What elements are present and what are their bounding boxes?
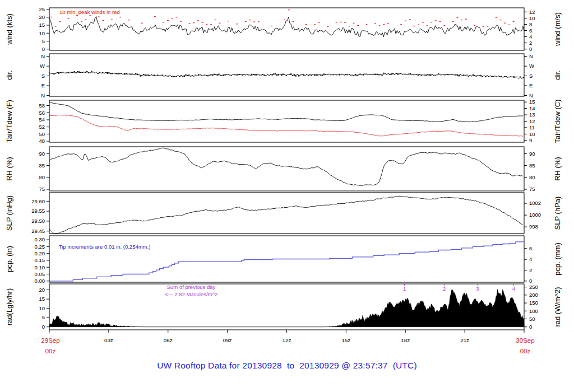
radiation-hour-markers: 1234 — [403, 284, 515, 292]
tick-label: 4 — [529, 34, 532, 40]
panel-border-rh — [49, 147, 524, 191]
y-axis-right-dir: NWSEN — [524, 53, 534, 99]
tick-label: 2 — [529, 267, 532, 273]
panel-wind: 0510152025024681012wind (kts)wind (m/s)1… — [5, 6, 562, 52]
tick-label: 2 — [529, 40, 532, 46]
x-start-hour-label: 00z — [45, 348, 56, 354]
weather-dashboard: 0510152025024681012wind (kts)wind (m/s)1… — [0, 0, 574, 392]
humidity-line — [49, 148, 523, 186]
y-axis-left-temp: 485052545658 — [39, 102, 49, 144]
tick-label: 14 — [529, 105, 535, 111]
tick-label: 200 — [529, 292, 538, 298]
axis-label-left-temp: Tair/Tdew (F) — [5, 100, 13, 143]
axis-label-left-rh: RH (%) — [5, 157, 13, 181]
y-axis-left-rh: 75808590 — [39, 151, 49, 193]
tick-label: 0 — [529, 324, 532, 330]
tick-label: 13 — [529, 111, 535, 118]
tick-label: 0 — [529, 46, 532, 52]
tick-label: 20 — [39, 287, 45, 293]
panel-border-wind — [49, 8, 524, 50]
y-axis-left-pcp: 0.000.050.100.150.200.250.30 — [35, 236, 50, 284]
axis-label-right-temp: Tair/Tdew (C) — [553, 99, 562, 143]
x-end-hour-label: 00z — [520, 348, 531, 354]
wind-direction-dots — [49, 71, 524, 79]
tick-label: 6 — [529, 27, 532, 34]
y-axis-left-slp: 29.4529.5029.5529.60 — [31, 198, 49, 234]
tick-label: 8 — [529, 21, 532, 27]
tick-label: E — [529, 82, 533, 88]
axis-label-left-slp: SLP (inHg) — [5, 195, 13, 231]
panel-border-slp — [49, 193, 524, 234]
air-temp-line — [49, 102, 523, 122]
tick-label: 10 — [39, 30, 45, 36]
axis-label-right-wind: wind (m/s) — [553, 12, 562, 46]
tick-label: N — [41, 53, 45, 59]
tick-label: 25 — [39, 6, 45, 12]
axis-label-left-rad: rad(Lgly/hr) — [5, 288, 13, 325]
tick-label: 10 — [39, 305, 45, 311]
hour-marker-label: 4 — [512, 286, 515, 292]
x-tick-label: 15z — [341, 337, 350, 343]
axis-label-left-dir: dir. — [5, 70, 13, 80]
tick-label: 29.60 — [31, 198, 45, 204]
y-axis-right-wind: 024681012 — [524, 9, 535, 52]
tick-label: W — [40, 63, 45, 69]
tick-label: 85 — [39, 162, 45, 169]
annotation-radiation-sum-title: Sum of previous day — [167, 284, 216, 290]
panel-slp: 29.4529.5029.5529.6099810001002SLP (inHg… — [5, 193, 562, 234]
x-tick-label: 03z — [104, 337, 113, 343]
panel-temp: 4850525456589101112131415Tair/Tdew (F)Ta… — [5, 99, 562, 144]
multi-panel-weather-chart: 0510152025024681012wind (kts)wind (m/s)1… — [0, 0, 574, 360]
peak-wind-dots — [50, 10, 515, 27]
tick-label: 20 — [39, 14, 45, 20]
tick-label: 998 — [529, 223, 538, 230]
x-tick-label: 06z — [164, 337, 173, 343]
panel-pcp: 0.000.050.100.150.200.250.300246pcp. (in… — [5, 236, 562, 284]
tick-label: 5 — [42, 314, 45, 320]
tick-label: 29.55 — [31, 208, 45, 214]
tick-label: 29.45 — [31, 228, 45, 234]
tick-label: 29.50 — [31, 218, 45, 224]
tick-label: E — [41, 82, 45, 88]
x-start-date-label: 29Sep — [41, 337, 59, 344]
tick-label: 48 — [39, 138, 45, 144]
tick-label: N — [529, 92, 533, 99]
y-axis-left-rad: 05101520 — [39, 287, 49, 330]
tick-label: 0.25 — [35, 244, 45, 250]
axis-label-left-pcp: pcp. (in) — [5, 246, 13, 272]
tick-label: 85 — [529, 162, 535, 169]
wind-speed-line — [49, 17, 524, 37]
tick-label: 75 — [39, 186, 45, 192]
x-end-date-label: 30Sep — [516, 337, 534, 344]
tick-label: 90 — [39, 151, 45, 157]
tick-label: 58 — [39, 102, 45, 109]
tick-label: 150 — [529, 300, 538, 306]
tick-label: 6 — [529, 245, 532, 251]
solar-radiation-area — [49, 290, 524, 327]
axis-label-right-pcp: pcp. (mm) — [553, 242, 562, 276]
tick-label: 1002 — [529, 200, 541, 206]
x-axis: 03z06z09z12z15z18z21z29Sep00z30Sep00z — [41, 330, 534, 354]
tick-label: 0.05 — [35, 271, 45, 277]
pressure-line — [49, 196, 523, 234]
tick-label: 0 — [42, 324, 45, 330]
tick-label: S — [41, 73, 45, 79]
tick-label: 250 — [529, 284, 538, 290]
tick-label: S — [529, 73, 533, 79]
hour-marker-label: 3 — [476, 286, 479, 292]
tick-label: 0.10 — [35, 264, 45, 270]
x-tick-label: 21z — [460, 337, 469, 343]
tick-label: 1000 — [529, 212, 541, 218]
tick-label: 9 — [529, 137, 532, 143]
panel-rad: 05101520050100150200250rad(Lgly/hr)rad (… — [5, 284, 562, 330]
tick-label: 4 — [529, 256, 532, 262]
tick-label: 10 — [529, 15, 535, 21]
tick-label: N — [41, 92, 45, 99]
tick-label: 80 — [529, 174, 535, 180]
x-tick-label: 12z — [283, 337, 291, 343]
tick-label: 12 — [529, 9, 535, 15]
hour-marker-label: 1 — [403, 286, 406, 292]
tick-label: 12 — [529, 118, 535, 124]
tick-label: 54 — [39, 116, 45, 123]
tick-label: 56 — [39, 110, 45, 116]
